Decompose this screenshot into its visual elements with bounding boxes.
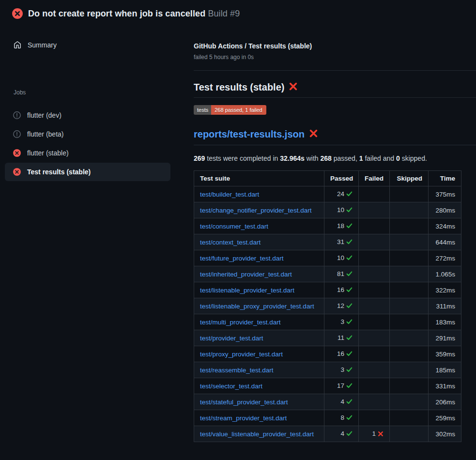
test-suite-link[interactable]: test/builder_test.dart <box>200 191 259 198</box>
sidebar-item-job[interactable]: flutter (dev) <box>5 106 170 124</box>
skipped-count <box>390 314 429 330</box>
alert-circle-icon <box>13 111 21 119</box>
x-circle-icon <box>13 149 21 157</box>
skipped-count <box>390 346 429 362</box>
passed-count: 18 <box>337 222 344 230</box>
skipped-count <box>390 426 429 442</box>
col-header-skipped: Skipped <box>390 171 429 186</box>
divider <box>194 70 476 71</box>
test-suite-link[interactable]: test/reassemble_test.dart <box>200 367 274 374</box>
table-row: test/future_provider_test.dart 10 272ms <box>194 250 461 266</box>
job-label: Test results (stable) <box>27 168 91 176</box>
col-header-time: Time <box>429 171 461 186</box>
table-row: test/stream_provider_test.dart 8 259ms <box>194 410 461 426</box>
skipped-count <box>390 394 429 410</box>
test-summary-line: 269 tests were completed in 32.964s with… <box>194 154 427 162</box>
time-value: 206ms <box>429 394 461 410</box>
skipped-count <box>390 298 429 314</box>
skipped-count <box>390 362 429 378</box>
time-value: 359ms <box>429 346 461 362</box>
test-suite-link[interactable]: test/future_provider_test.dart <box>200 255 284 262</box>
sidebar-item-summary[interactable]: Summary <box>5 38 170 52</box>
table-row: test/reassemble_test.dart 3 185ms <box>194 362 461 378</box>
passed-count: 12 <box>337 302 344 309</box>
build-header: Do not create report when job is cancell… <box>0 0 476 27</box>
skipped-count <box>390 234 429 250</box>
test-suite-link[interactable]: test/listenable_provider_test.dart <box>200 287 294 294</box>
time-value: 272ms <box>429 250 461 266</box>
time-value: 183ms <box>429 314 461 330</box>
passed-count: 11 <box>338 334 344 341</box>
test-suite-link[interactable]: test/proxy_provider_test.dart <box>200 351 283 358</box>
test-suite-link[interactable]: test/multi_provider_test.dart <box>200 319 281 326</box>
check-icon <box>346 399 353 406</box>
sidebar: Summary Jobs flutter (dev) flutter (beta… <box>0 27 192 460</box>
job-label: flutter (beta) <box>27 130 63 138</box>
test-suite-link[interactable]: test/context_test.dart <box>200 239 261 246</box>
time-value: 185ms <box>429 362 461 378</box>
test-suite-link[interactable]: test/change_notifier_provider_test.dart <box>200 207 311 214</box>
skipped-count <box>390 282 429 298</box>
check-icon <box>346 351 353 358</box>
passed-count: 4 <box>340 398 344 405</box>
passed-count: 8 <box>340 414 344 421</box>
home-icon <box>5 41 21 49</box>
passed-count: 16 <box>337 286 344 293</box>
sidebar-summary-label: Summary <box>28 41 57 49</box>
check-icon <box>346 430 353 438</box>
sidebar-item-job[interactable]: Test results (stable) <box>5 163 170 181</box>
page-title: Do not create report when job is cancell… <box>28 9 240 19</box>
check-icon <box>346 207 353 215</box>
table-row: test/context_test.dart 31 644ms <box>194 234 461 250</box>
check-icon <box>346 223 353 230</box>
test-suite-link[interactable]: test/consumer_test.dart <box>200 223 268 230</box>
skipped-count <box>390 378 429 394</box>
table-row: test/provider_test.dart 11 291ms <box>194 330 461 346</box>
alert-circle-icon <box>13 130 21 138</box>
sidebar-item-job[interactable]: flutter (beta) <box>5 125 170 143</box>
time-value: 259ms <box>429 410 461 426</box>
table-header-row: Test suite Passed Failed Skipped Time <box>194 171 461 186</box>
col-header-passed: Passed <box>324 171 359 186</box>
report-title-row: reports/test-results.json <box>194 129 476 145</box>
table-row: test/builder_test.dart 24 375ms <box>194 186 461 202</box>
test-suite-link[interactable]: test/stream_provider_test.dart <box>200 414 287 422</box>
time-value: 331ms <box>429 378 461 394</box>
failed-count: 1 <box>372 430 376 437</box>
skipped-count <box>390 218 429 234</box>
passed-count: 16 <box>337 350 344 357</box>
time-value: 1.065s <box>429 266 461 282</box>
x-icon <box>378 431 384 438</box>
table-row: test/selector_test.dart 17 331ms <box>194 378 461 394</box>
passed-count: 17 <box>337 382 344 389</box>
passed-count: 10 <box>337 206 344 214</box>
time-value: 644ms <box>429 234 461 250</box>
test-suite-link[interactable]: test/selector_test.dart <box>200 383 262 390</box>
table-row: test/change_notifier_provider_test.dart … <box>194 202 461 218</box>
check-icon <box>346 303 353 310</box>
section-title: Test results (stable) <box>194 82 284 93</box>
check-icon <box>346 239 353 246</box>
main-content: GitHub Actions / Test results (stable) f… <box>194 27 476 460</box>
job-label: flutter (stable) <box>27 149 69 157</box>
skipped-count <box>390 186 429 202</box>
jobs-heading: Jobs <box>14 89 26 96</box>
table-row: test/listenable_provider_test.dart 16 32… <box>194 282 461 298</box>
test-suite-link[interactable]: test/value_listenable_provider_test.dart <box>200 430 314 438</box>
skipped-count <box>390 266 429 282</box>
check-icon <box>346 287 353 294</box>
passed-count: 24 <box>337 190 344 198</box>
col-header-failed: Failed <box>359 171 390 186</box>
passed-count: 31 <box>337 238 344 245</box>
table-row: test/listenable_proxy_provider_test.dart… <box>194 298 461 314</box>
test-suite-link[interactable]: test/inherited_provider_test.dart <box>200 271 292 278</box>
test-suite-link[interactable]: test/stateful_provider_test.dart <box>200 399 288 406</box>
table-row: test/stateful_provider_test.dart 4 206ms <box>194 394 461 410</box>
report-file-link[interactable]: reports/test-results.json <box>194 129 305 140</box>
test-suite-link[interactable]: test/provider_test.dart <box>200 335 263 342</box>
time-value: 322ms <box>429 282 461 298</box>
badge-label: tests <box>194 105 211 115</box>
sidebar-item-job[interactable]: flutter (stable) <box>5 144 170 162</box>
time-value: 375ms <box>429 186 461 202</box>
test-suite-link[interactable]: test/listenable_proxy_provider_test.dart <box>200 303 314 310</box>
